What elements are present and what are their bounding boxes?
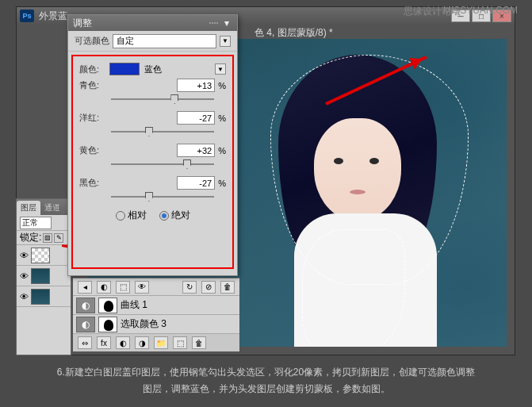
layer-row[interactable]: 曲线 1 xyxy=(73,296,239,315)
chevron-down-icon[interactable]: ▼ xyxy=(215,63,226,75)
blend-mode-row: 正常 xyxy=(17,215,71,231)
layer-name: 选取颜色 3 xyxy=(121,317,166,331)
layer-name: 曲线 1 xyxy=(121,298,147,312)
selection-marquee-2 xyxy=(302,229,405,347)
black-label: 黑色: xyxy=(79,177,108,189)
lock-transparency-icon[interactable]: ▨ xyxy=(43,233,52,243)
pct-label: % xyxy=(218,81,226,90)
layer-row[interactable]: 选取颜色 3 xyxy=(73,315,239,334)
cyan-label: 青色: xyxy=(79,79,108,91)
visibility-icon[interactable]: 👁 xyxy=(18,271,29,282)
absolute-radio[interactable]: 绝对 xyxy=(159,209,190,222)
layers-panel: 图层 通道 正常 锁定: ▨ ✎ 👁 👁 👁 xyxy=(16,198,71,355)
color-name: 蓝色 xyxy=(144,63,210,75)
cyan-slider[interactable] xyxy=(111,94,214,105)
black-input[interactable] xyxy=(177,176,215,190)
pct-label: % xyxy=(218,146,226,156)
pct-label: % xyxy=(218,113,226,123)
adjustments-body: 颜色: 蓝色 ▼ 青色: % 洋红: % 黄色 xyxy=(71,55,234,269)
magenta-input[interactable] xyxy=(177,111,215,125)
cyan-input[interactable] xyxy=(177,79,215,92)
layer-thumbnail[interactable] xyxy=(31,248,50,263)
mask-thumbnail[interactable] xyxy=(98,298,117,313)
black-slider[interactable] xyxy=(111,191,214,202)
link-icon[interactable]: ⇔ xyxy=(78,336,92,349)
pct-label: % xyxy=(218,179,226,188)
yellow-slider-group: 黄色: % xyxy=(79,144,226,170)
magenta-slider-group: 洋红: % xyxy=(79,111,226,137)
layer-row[interactable]: 👁 xyxy=(17,286,71,307)
blend-mode-select[interactable]: 正常 xyxy=(20,217,52,229)
mask-thumbnail[interactable] xyxy=(98,317,117,332)
layers-tabs: 图层 通道 xyxy=(17,199,71,215)
adjustment-thumbnail[interactable] xyxy=(76,317,95,332)
layer-row[interactable]: 👁 xyxy=(17,266,71,286)
fx-icon[interactable]: fx xyxy=(97,336,111,349)
method-radio-group: 相对 绝对 xyxy=(79,209,226,222)
folder-icon[interactable]: 📁 xyxy=(154,336,168,349)
tool-icon[interactable]: 👁 xyxy=(135,281,149,294)
tool-icon[interactable]: ⬚ xyxy=(116,281,130,294)
tab-channels[interactable]: 通道 xyxy=(40,201,64,215)
lock-label: 锁定: xyxy=(20,231,41,244)
relative-radio[interactable]: 相对 xyxy=(116,209,147,222)
panel-menu-icon[interactable]: ▾ xyxy=(221,17,232,29)
yellow-slider[interactable] xyxy=(111,159,214,170)
color-row: 颜色: 蓝色 ▼ xyxy=(79,63,226,75)
adjustments-panel: 调整 ▾ 可选颜色 自定 ▼ 颜色: 蓝色 ▼ 青色: % 洋红: xyxy=(67,14,238,276)
adjustment-tools-row: ◂ ◐ ⬚ 👁 ↻ ⊘ 🗑 xyxy=(73,278,239,296)
mask-icon[interactable]: ◐ xyxy=(116,336,130,349)
color-swatch xyxy=(109,63,140,75)
magenta-slider[interactable] xyxy=(111,126,214,137)
tool-icon[interactable]: ◐ xyxy=(97,281,111,294)
layer-thumbnail[interactable] xyxy=(31,289,50,305)
adjustments-header[interactable]: 调整 ▾ xyxy=(68,15,237,31)
preset-select[interactable]: 自定 xyxy=(113,34,216,48)
visibility-icon[interactable]: 👁 xyxy=(18,291,29,302)
magenta-label: 洋红: xyxy=(79,112,108,124)
slider-thumb[interactable] xyxy=(183,159,191,169)
adjustment-icon[interactable]: ◑ xyxy=(135,336,149,349)
layer-thumbnail[interactable] xyxy=(31,268,50,284)
trash-icon[interactable]: 🗑 xyxy=(220,281,235,294)
preset-label: 可选颜色 xyxy=(75,35,109,47)
visibility-icon[interactable]: 👁 xyxy=(18,250,29,261)
black-slider-group: 黑色: % xyxy=(79,176,226,202)
slider-thumb[interactable] xyxy=(145,192,153,202)
tutorial-caption: 6.新建空白图层盖印图层，使用钢笔勾出头发选区，羽化20像素，拷贝到新图层，创建… xyxy=(0,364,532,397)
cyan-slider-group: 青色: % xyxy=(79,79,226,105)
preset-row: 可选颜色 自定 ▼ xyxy=(68,31,237,52)
adjustment-thumbnail[interactable] xyxy=(76,298,95,313)
tool-icon[interactable]: ↻ xyxy=(182,281,197,294)
new-layer-icon[interactable]: ⬚ xyxy=(173,336,187,349)
adjustments-title: 调整 xyxy=(73,17,92,30)
color-label: 颜色: xyxy=(79,63,105,75)
slider-thumb[interactable] xyxy=(170,94,178,104)
layers-extended: ◂ ◐ ⬚ 👁 ↻ ⊘ 🗑 曲线 1 选取颜色 3 ⇔ fx ◐ ◑ 📁 ⬚ 🗑 xyxy=(73,278,239,351)
document-tab[interactable]: 色 4, 图层蒙版/8) * xyxy=(255,26,333,40)
yellow-label: 黄色: xyxy=(79,144,108,156)
app-icon: Ps xyxy=(20,10,34,22)
tool-icon[interactable]: ⊘ xyxy=(201,281,216,294)
yellow-input[interactable] xyxy=(177,144,215,157)
panel-grip-icon xyxy=(209,22,218,24)
layers-footer: ⇔ fx ◐ ◑ 📁 ⬚ 🗑 xyxy=(73,334,239,351)
slider-thumb[interactable] xyxy=(145,127,153,136)
trash-icon[interactable]: 🗑 xyxy=(192,336,206,349)
tool-icon[interactable]: ◂ xyxy=(78,281,92,294)
chevron-down-icon[interactable]: ▼ xyxy=(220,36,231,47)
watermark-text: 思缘设计论坛 xyxy=(404,5,461,18)
tab-layers[interactable]: 图层 xyxy=(17,201,40,215)
